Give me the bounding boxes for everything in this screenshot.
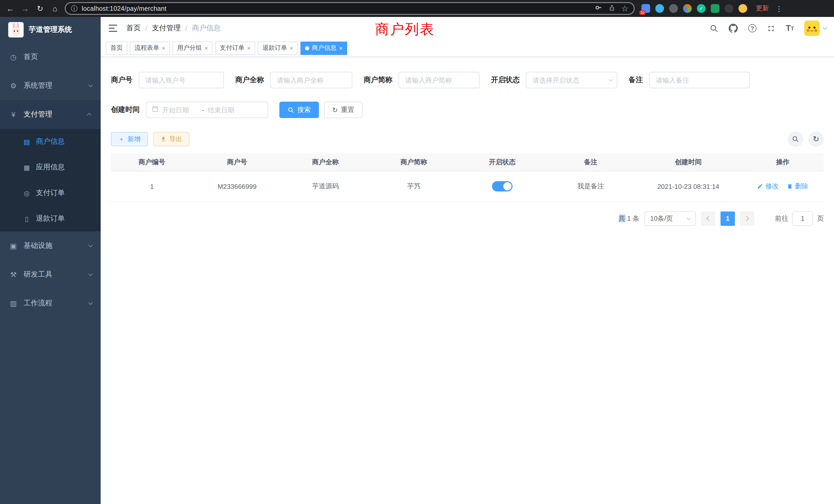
bookmark-star-icon[interactable]: ☆ [621, 4, 629, 13]
chevron-down-icon [88, 83, 93, 87]
forward-icon[interactable]: → [20, 4, 30, 13]
reset-button[interactable]: ↻ 重置 [324, 101, 363, 118]
toolbox-icon: ⚒ [9, 271, 18, 279]
merchant-no-input[interactable] [139, 72, 224, 88]
dashboard-icon: ◷ [9, 53, 18, 61]
chevron-down-icon [687, 215, 691, 220]
close-icon[interactable]: × [290, 44, 293, 51]
export-button[interactable]: 导出 [153, 132, 189, 146]
sidebar-item-app-info[interactable]: ▦ 应用信息 [0, 155, 101, 180]
date-range-picker[interactable]: - [146, 101, 268, 118]
cell-remark: 我是备注 [546, 171, 635, 202]
close-icon[interactable]: × [247, 44, 250, 51]
yen-icon: ¥ [9, 110, 18, 118]
tags-view: 首页 流程表单 × 用户分组 × 支付订单 × 退款订单 × 商户信息 × [101, 40, 834, 57]
home-icon[interactable]: ⌂ [50, 4, 60, 13]
breadcrumb: 首页 / 支付管理 / 商户信息 [126, 24, 221, 33]
goto-page-input[interactable] [792, 211, 813, 226]
status-label: 开启状态 [491, 75, 520, 85]
cell-merchant-short: 芋艿 [370, 171, 458, 202]
sidebar-item-home[interactable]: ◷ 首页 [0, 43, 101, 71]
close-icon[interactable]: × [162, 44, 166, 51]
tab-pay-order[interactable]: 支付订单 × [215, 41, 255, 55]
sidebar-item-infra[interactable]: ▣ 基础设施 [0, 231, 101, 260]
user-menu[interactable] [804, 21, 826, 36]
site-info-icon[interactable]: ⓘ [71, 4, 78, 13]
font-size-icon[interactable]: TT [786, 24, 794, 33]
share-icon[interactable] [608, 4, 615, 13]
sidebar-item-workflow[interactable]: ▥ 工作流程 [0, 289, 101, 318]
breadcrumb-home[interactable]: 首页 [126, 24, 141, 33]
browser-update-button[interactable]: 更新 [756, 4, 769, 13]
navbar: 首页 / 支付管理 / 商户信息 商户列表 ? TT [101, 17, 834, 40]
merchant-name-label: 商户全称 [235, 75, 264, 85]
browser-menu-icon[interactable]: ⋮ [775, 4, 783, 13]
tab-process-form[interactable]: 流程表单 × [130, 41, 170, 55]
page-number-1[interactable]: 1 [721, 211, 735, 226]
extension-notes-icon[interactable] [711, 4, 720, 13]
reload-icon[interactable]: ↻ [35, 4, 45, 13]
plus-icon: ＋ [118, 135, 125, 143]
sidebar-item-devtools[interactable]: ⚒ 研发工具 [0, 260, 101, 289]
remark-input[interactable] [649, 72, 750, 88]
extension-avatar-icon[interactable] [683, 4, 692, 13]
goto-label: 前往 [775, 214, 788, 223]
tab-merchant-info[interactable]: 商户信息 × [301, 41, 347, 55]
date-start-input[interactable] [162, 106, 198, 114]
hamburger-icon[interactable] [109, 24, 118, 32]
tab-refund-order[interactable]: 退款订单 × [258, 41, 298, 55]
user-avatar [804, 21, 820, 36]
table-header-row: 商户编号 商户号 商户全称 商户简称 开启状态 备注 创建时间 操作 [111, 154, 824, 171]
search-icon[interactable] [710, 24, 719, 32]
extension-drop-icon[interactable] [655, 4, 664, 13]
total-count: 共 1 条 [619, 214, 639, 223]
merchant-name-input[interactable] [270, 72, 352, 88]
sidebar-item-payment[interactable]: ¥ 支付管理 [0, 100, 101, 129]
payment-submenu: ▤ 商户信息 ▦ 应用信息 ◎ 支付订单 ▯ 退款订单 [0, 129, 101, 231]
status-toggle[interactable] [492, 181, 512, 191]
sidebar-item-pay-order[interactable]: ◎ 支付订单 [0, 180, 101, 206]
col-merchant-id: 商户编号 [111, 154, 193, 171]
url-text[interactable]: localhost:1024/pay/merchant [82, 5, 591, 12]
sidebar-item-merchant-info[interactable]: ▤ 商户信息 [0, 129, 101, 155]
extension-check-icon[interactable]: ✓ [697, 4, 706, 13]
back-icon[interactable]: ← [5, 4, 16, 13]
edit-link[interactable]: 修改 [757, 182, 779, 191]
extension-dark-icon[interactable] [669, 4, 678, 13]
password-key-icon[interactable] [595, 4, 602, 13]
filter-form: 商户号 商户全称 商户简称 开启状态 [101, 57, 834, 118]
col-actions: 操作 [742, 154, 824, 171]
tab-user-group[interactable]: 用户分组 × [173, 41, 213, 55]
refresh-table-icon[interactable]: ↻ [808, 131, 824, 147]
tab-home[interactable]: 首页 [106, 41, 127, 55]
extension-pin-icon[interactable] [725, 4, 733, 13]
breadcrumb-payment[interactable]: 支付管理 [152, 24, 181, 33]
pagination: 共 1 条 10条/页 1 前往 页 [111, 211, 824, 226]
close-icon[interactable]: × [339, 44, 343, 51]
show-search-icon[interactable] [788, 131, 803, 147]
prev-page-button[interactable] [701, 211, 716, 226]
extension-grid-icon[interactable]: 10 [641, 4, 650, 13]
sidebar-item-system[interactable]: ⚙ 系统管理 [0, 71, 101, 100]
close-icon[interactable]: × [204, 44, 208, 51]
sidebar-item-refund-order[interactable]: ▯ 退款订单 [0, 206, 101, 231]
cell-actions: 修改 删除 [742, 171, 824, 202]
status-select[interactable] [526, 72, 617, 88]
col-create-time: 创建时间 [635, 154, 742, 171]
search-button[interactable]: 搜索 [279, 101, 319, 118]
page-size-select[interactable]: 10条/页 [644, 211, 696, 226]
cell-status [458, 171, 546, 202]
fullscreen-icon[interactable] [767, 24, 775, 32]
grid-icon: ▦ [23, 163, 31, 171]
next-page-button[interactable] [740, 211, 754, 226]
github-icon[interactable] [729, 24, 738, 33]
address-bar[interactable]: ⓘ localhost:1024/pay/merchant ☆ [65, 2, 635, 15]
delete-link[interactable]: 删除 [787, 182, 808, 191]
help-icon[interactable]: ? [748, 24, 756, 32]
merchant-short-input[interactable] [398, 72, 480, 88]
date-end-input[interactable] [208, 106, 244, 114]
refresh-icon: ↻ [332, 106, 338, 114]
add-button[interactable]: ＋ 新增 [111, 132, 148, 146]
active-dot [305, 46, 309, 50]
extension-emoji-icon[interactable] [739, 4, 747, 13]
